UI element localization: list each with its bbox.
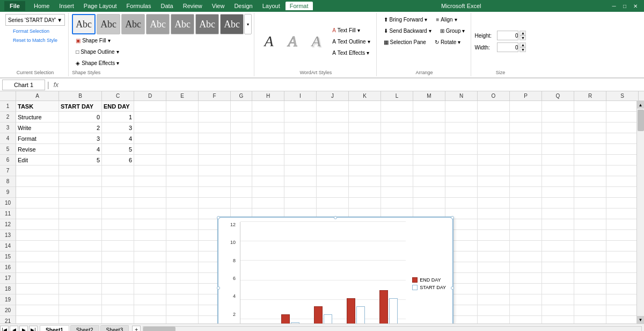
cell-I2[interactable] bbox=[284, 112, 317, 123]
shape-style-4[interactable]: Abc bbox=[171, 14, 194, 34]
reset-match-btn[interactable]: Reset to Match Style bbox=[12, 36, 58, 45]
text-effects-btn[interactable]: A Text Effects ▾ bbox=[328, 47, 374, 58]
cell-Q1[interactable] bbox=[542, 101, 574, 112]
cell-R8[interactable] bbox=[574, 176, 606, 187]
cell-B2[interactable]: 0 bbox=[59, 112, 102, 123]
cell-P8[interactable] bbox=[510, 176, 542, 187]
cell-D19[interactable] bbox=[134, 294, 166, 305]
cell-J6[interactable] bbox=[317, 155, 349, 166]
text-fill-btn[interactable]: A Text Fill ▾ bbox=[328, 25, 374, 35]
cell-S5[interactable] bbox=[606, 144, 636, 155]
cell-S8[interactable] bbox=[606, 176, 636, 187]
shape-style-6[interactable]: Abc bbox=[220, 14, 244, 34]
cell-J1[interactable] bbox=[317, 101, 349, 112]
close-btn[interactable]: ✕ bbox=[631, 2, 640, 10]
cell-P13[interactable] bbox=[510, 230, 542, 241]
cell-E9[interactable] bbox=[166, 187, 199, 198]
cell-O13[interactable] bbox=[478, 230, 510, 241]
cell-K5[interactable] bbox=[349, 144, 381, 155]
cell-C10[interactable] bbox=[102, 198, 134, 208]
shape-outline-btn[interactable]: □ Shape Outline ▾ bbox=[72, 46, 252, 57]
cell-S15[interactable] bbox=[606, 251, 636, 262]
cell-O14[interactable] bbox=[478, 241, 510, 251]
cell-P1[interactable] bbox=[510, 101, 542, 112]
row-num-8[interactable]: 8 bbox=[0, 176, 16, 187]
cell-E19[interactable] bbox=[166, 294, 199, 305]
col-header-G[interactable]: G bbox=[231, 91, 252, 100]
cell-R13[interactable] bbox=[574, 230, 606, 241]
end-day-bar[interactable] bbox=[281, 314, 290, 323]
sheet-nav-first[interactable]: |◀ bbox=[0, 326, 9, 332]
cell-A10[interactable] bbox=[16, 198, 59, 208]
row-num-16[interactable]: 16 bbox=[0, 262, 16, 273]
cell-D21[interactable] bbox=[134, 316, 166, 323]
cell-K3[interactable] bbox=[349, 123, 381, 133]
cell-A19[interactable] bbox=[16, 294, 59, 305]
cell-E5[interactable] bbox=[166, 144, 199, 155]
col-header-R[interactable]: R bbox=[574, 91, 606, 100]
row-num-10[interactable]: 10 bbox=[0, 198, 16, 208]
cell-J4[interactable] bbox=[317, 133, 349, 144]
cell-I4[interactable] bbox=[284, 133, 317, 144]
cell-N9[interactable] bbox=[445, 187, 478, 198]
cell-E2[interactable] bbox=[166, 112, 199, 123]
row-num-9[interactable]: 9 bbox=[0, 187, 16, 198]
start-day-bar[interactable] bbox=[389, 298, 398, 323]
cell-G10[interactable] bbox=[231, 198, 252, 208]
cell-A13[interactable] bbox=[16, 230, 59, 241]
file-menu[interactable]: File bbox=[4, 1, 25, 11]
end-day-bar[interactable] bbox=[347, 298, 355, 323]
cell-E17[interactable] bbox=[166, 273, 199, 284]
start-day-bar[interactable] bbox=[291, 322, 299, 323]
shape-style-3[interactable]: Abc bbox=[146, 14, 170, 34]
cell-A4[interactable]: Format bbox=[16, 133, 59, 144]
cell-G6[interactable] bbox=[231, 155, 252, 166]
col-header-Q[interactable]: Q bbox=[542, 91, 574, 100]
cell-J5[interactable] bbox=[317, 144, 349, 155]
cell-D15[interactable] bbox=[134, 251, 166, 262]
cell-C17[interactable] bbox=[102, 273, 134, 284]
wordart-shadow-btn[interactable]: A bbox=[305, 31, 327, 52]
cell-C14[interactable] bbox=[102, 241, 134, 251]
cell-B10[interactable] bbox=[59, 198, 102, 208]
row-num-2[interactable]: 2 bbox=[0, 112, 16, 123]
col-header-I[interactable]: I bbox=[284, 91, 317, 100]
cell-S10[interactable] bbox=[606, 198, 636, 208]
cell-B1[interactable]: START DAY bbox=[59, 101, 102, 112]
cell-E11[interactable] bbox=[166, 208, 199, 219]
cell-O6[interactable] bbox=[478, 155, 510, 166]
cell-S2[interactable] bbox=[606, 112, 636, 123]
cell-N7[interactable] bbox=[445, 166, 478, 176]
row-num-18[interactable]: 18 bbox=[0, 284, 16, 294]
cell-C21[interactable] bbox=[102, 316, 134, 323]
cell-L2[interactable] bbox=[381, 112, 413, 123]
cell-B4[interactable]: 3 bbox=[59, 133, 102, 144]
cell-G2[interactable] bbox=[231, 112, 252, 123]
sheet-nav-next[interactable]: ▶ bbox=[19, 326, 28, 332]
height-up-btn[interactable]: ▲ bbox=[519, 31, 526, 35]
cell-O7[interactable] bbox=[478, 166, 510, 176]
cell-O9[interactable] bbox=[478, 187, 510, 198]
sheet-nav-last[interactable]: ▶| bbox=[29, 326, 38, 332]
shape-style-5[interactable]: Abc bbox=[195, 14, 219, 34]
cell-E4[interactable] bbox=[166, 133, 199, 144]
cell-S19[interactable] bbox=[606, 294, 636, 305]
cell-P19[interactable] bbox=[510, 294, 542, 305]
cell-A21[interactable] bbox=[16, 316, 59, 323]
col-header-S[interactable]: S bbox=[606, 91, 639, 100]
cell-S20[interactable] bbox=[606, 305, 636, 316]
cell-M3[interactable] bbox=[413, 123, 445, 133]
cell-M6[interactable] bbox=[413, 155, 445, 166]
cell-B14[interactable] bbox=[59, 241, 102, 251]
text-outline-btn[interactable]: A Text Outline ▾ bbox=[328, 36, 374, 47]
cell-B18[interactable] bbox=[59, 284, 102, 294]
cell-R16[interactable] bbox=[574, 262, 606, 273]
cell-A16[interactable] bbox=[16, 262, 59, 273]
cell-A3[interactable]: Write bbox=[16, 123, 59, 133]
cell-F8[interactable] bbox=[199, 176, 231, 187]
cell-A18[interactable] bbox=[16, 284, 59, 294]
col-header-K[interactable]: K bbox=[349, 91, 381, 100]
cell-S12[interactable] bbox=[606, 219, 636, 230]
row-num-14[interactable]: 14 bbox=[0, 241, 16, 251]
cell-R4[interactable] bbox=[574, 133, 606, 144]
